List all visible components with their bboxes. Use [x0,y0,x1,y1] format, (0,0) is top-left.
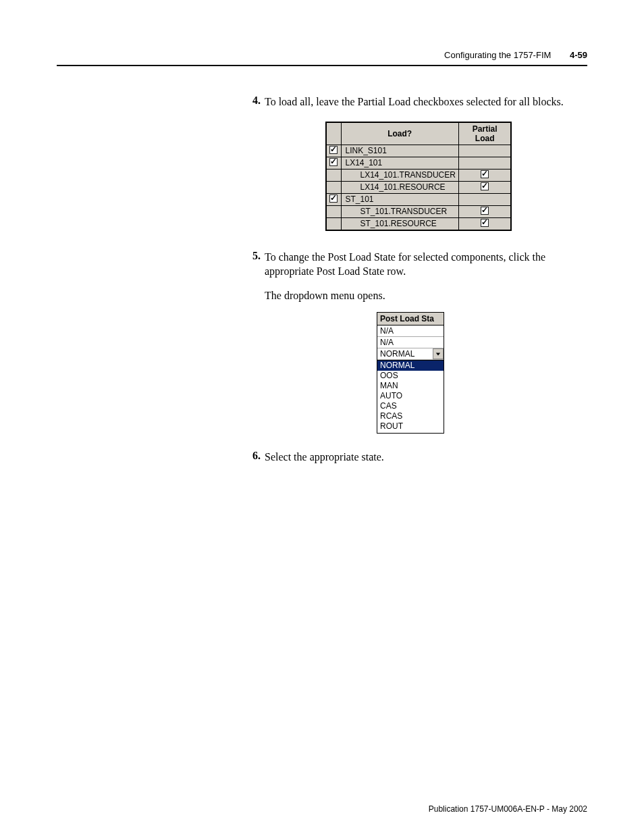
row-label: LX14_101.TRANSDUCER [341,169,458,181]
page-header: Configurating the 1757-FIM 4-59 [444,50,587,60]
step-4: 4. To load all, leave the Partial Load c… [246,95,587,109]
step-number: 4. [246,95,261,109]
publication-footer: Publication 1757-UM006A-EN-P - May 2002 [429,804,587,814]
dropdown-list: NORMAL OOS MAN AUTO CAS RCAS ROUT [377,360,444,433]
dropdown-option[interactable]: AUTO [377,391,444,401]
col-checkbox [326,122,341,145]
dropdown-option[interactable]: ROUT [377,421,444,432]
partial-checkbox[interactable] [481,182,489,190]
row-label: ST_101 [341,193,458,205]
partial-checkbox[interactable] [481,207,489,215]
row-label: LX14_101.RESOURCE [341,181,458,193]
step-number: 5. [246,250,261,279]
partial-cell [458,157,511,169]
post-load-state-dropdown-screenshot: Post Load Sta N/A N/A NORMAL NORMAL OOS … [377,312,444,434]
header-page-number: 4-59 [570,50,587,60]
step-text: Select the appropriate state. [265,450,384,465]
step-text: To change the Post Load State for select… [265,250,587,279]
row-label: ST_101.TRANSDUCER [341,205,458,217]
load-table: Load? Partial Load LINK_S101 LX14_101 LX… [325,122,512,231]
svg-marker-0 [436,353,440,356]
load-checkbox[interactable] [329,194,338,203]
dropdown-header: Post Load Sta [377,313,444,325]
dropdown-option[interactable]: RCAS [377,411,444,421]
load-table-screenshot: Load? Partial Load LINK_S101 LX14_101 LX… [325,122,587,231]
table-row: LX14_101 [326,157,511,169]
step-text: To load all, leave the Partial Load chec… [265,95,564,109]
state-combo[interactable]: NORMAL [377,348,444,360]
dropdown-option[interactable]: CAS [377,401,444,411]
load-checkbox[interactable] [329,158,338,166]
dropdown-option[interactable]: NORMAL [377,361,444,371]
step-6: 6. Select the appropriate state. [246,450,587,465]
state-row[interactable]: N/A [377,325,444,337]
table-row: ST_101.TRANSDUCER [326,205,511,217]
step-5-paragraph: The dropdown menu opens. [265,288,587,303]
load-checkbox[interactable] [329,146,338,154]
table-row: LINK_S101 [326,145,511,157]
partial-cell [458,145,511,157]
col-partial-header: Partial Load [458,122,511,145]
table-row: LX14_101.RESOURCE [326,181,511,193]
dropdown-option[interactable]: MAN [377,381,444,391]
combo-value: NORMAL [377,348,433,359]
row-label: LX14_101 [341,157,458,169]
content-area: 4. To load all, leave the Partial Load c… [246,95,587,470]
partial-checkbox[interactable] [481,219,489,227]
table-row: ST_101.RESOURCE [326,217,511,230]
table-row: LX14_101.TRANSDUCER [326,169,511,181]
partial-cell [458,193,511,205]
row-label: ST_101.RESOURCE [341,217,458,230]
partial-checkbox[interactable] [481,170,489,178]
header-rule [57,65,587,66]
col-load-header: Load? [341,122,458,145]
step-5: 5. To change the Post Load State for sel… [246,250,587,279]
step-number: 6. [246,450,261,465]
dropdown-option[interactable]: OOS [377,371,444,381]
header-title: Configurating the 1757-FIM [444,50,551,60]
row-label: LINK_S101 [341,145,458,157]
state-row[interactable]: N/A [377,337,444,348]
dropdown-button[interactable] [433,348,444,359]
table-row: ST_101 [326,193,511,205]
chevron-down-icon [435,351,441,357]
